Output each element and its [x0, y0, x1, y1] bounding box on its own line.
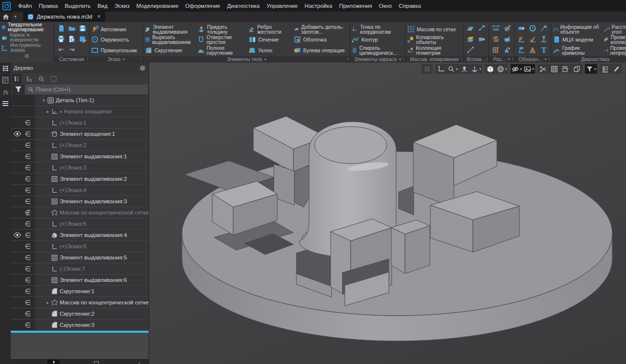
tree-search-input[interactable]	[36, 86, 145, 92]
tree-item-13[interactable]: ∈(+)Эскиз:6	[11, 241, 149, 252]
ribbon-button-6-0-0[interactable]	[491, 23, 501, 33]
ribbon-button-7-1-1[interactable]	[527, 34, 538, 44]
ribbon-button-5-1-0[interactable]	[465, 34, 476, 44]
tree-item-14[interactable]: ∈Элемент выдавливания:5	[11, 252, 149, 263]
zoom-button[interactable]: ▾	[447, 64, 459, 74]
ribbon-button-7-0-2[interactable]	[538, 23, 549, 33]
tree-item-6[interactable]: ∈(+)Эскиз:3	[11, 162, 149, 173]
ribbon-button-8-0-2[interactable]: График кривизны	[553, 45, 603, 55]
ribbon-button-2-3-1[interactable]: Оболочка	[293, 35, 348, 45]
ribbon-button-5-2-0[interactable]	[465, 44, 476, 55]
panel-parameters-button[interactable]	[0, 75, 10, 85]
tree-filter-button[interactable]	[12, 85, 24, 94]
tree-item-19[interactable]: ∈Скругление:2	[11, 308, 149, 320]
ribbon-button-5-0-1[interactable]	[476, 23, 487, 33]
ribbon-button-2-0-0[interactable]: Элемент выдавливания	[145, 24, 197, 34]
tree-item-18[interactable]: ∈▸Массив по концентрической сетке:3	[11, 297, 149, 308]
menu-item-5[interactable]: Моделирование	[133, 0, 182, 12]
ribbon-button-6-2-0[interactable]	[491, 44, 501, 55]
ribbon-button-2-0-1[interactable]: Вырезать выдавливанием	[145, 35, 197, 45]
home-button[interactable]	[0, 12, 12, 21]
chevron-down-icon[interactable]: ▾	[264, 57, 266, 62]
ribbon-button-2-1-2[interactable]: Полное скругление	[198, 45, 247, 55]
bottom-tab-1[interactable]	[90, 360, 102, 364]
ribbon-button-6-1-0[interactable]	[491, 34, 501, 44]
tree-item-11[interactable]: ∈(+)Эскиз:5	[11, 218, 149, 230]
tab-list-caret[interactable]: ▾	[12, 12, 19, 21]
eye-icon[interactable]	[11, 131, 23, 136]
orientation-up-button[interactable]	[459, 64, 470, 74]
redo-button[interactable]	[67, 44, 77, 55]
bottom-tab-2[interactable]: f	[133, 360, 145, 364]
ribbon-button-4-0[interactable]: Массив по сетке	[407, 24, 462, 34]
group-grip-icon[interactable]: ⁞⁞	[549, 57, 550, 61]
tree-item-2[interactable]: ∈(+)Эскиз:1	[11, 117, 149, 128]
undo-button[interactable]	[56, 44, 66, 55]
chevron-down-icon[interactable]: ▾	[399, 57, 401, 62]
sketch-mode-button[interactable]	[435, 64, 447, 74]
tree-item-7[interactable]: ∈Элемент выдавливания:2	[11, 173, 149, 185]
orientation-button[interactable]: ▾	[470, 64, 482, 74]
tree-toolbar-button-2[interactable]	[36, 74, 46, 84]
chevron-down-icon[interactable]: ▾	[544, 57, 546, 62]
print-button[interactable]	[56, 34, 66, 44]
preview-button[interactable]	[67, 34, 77, 44]
filter-button[interactable]: ▾	[585, 64, 597, 74]
menu-item-11[interactable]: Окно	[376, 0, 396, 12]
new-document-button[interactable]	[56, 23, 66, 33]
expand-arrow-icon[interactable]: ▸	[45, 300, 50, 305]
scene-filter-button[interactable]: ▾	[523, 64, 535, 74]
menu-item-7[interactable]: Диагностика	[224, 0, 263, 12]
ribbon-button-7-0-1[interactable]	[527, 23, 538, 33]
3d-viewport[interactable]: ▾▾▾▾▾▾	[149, 63, 626, 364]
group-grip-icon[interactable]: ⁞⁞	[487, 57, 488, 61]
ribbon-button-8-0-1[interactable]: МЦХ модели	[553, 35, 603, 45]
save-as-button[interactable]	[77, 34, 88, 44]
ribbon-button-7-2-0[interactable]	[516, 44, 527, 55]
tree-item-0[interactable]: ▾Деталь (Тел-1)	[11, 95, 149, 106]
tree-item-16[interactable]: ∈Элемент выдавливания:6	[11, 275, 149, 286]
bottom-tab-0[interactable]	[47, 360, 60, 364]
open-document-button[interactable]	[67, 23, 77, 33]
annotate-button[interactable]	[611, 64, 622, 74]
ribbon-button-4-1[interactable]: Копировать объекты	[407, 35, 462, 45]
ribbon-collapse-chevron-icon[interactable]	[0, 53, 54, 59]
workspace-tab-2[interactable]: Инструменты эскиза	[0, 43, 54, 53]
tree-item-1[interactable]: ▸●Начало координат	[11, 106, 149, 117]
tree-item-10[interactable]: ∉Массив по концентрической сетке:1	[11, 207, 149, 218]
expand-arrow-icon[interactable]: ▾	[41, 98, 46, 103]
menu-item-10[interactable]: Приложения	[335, 0, 375, 12]
ribbon-button-8-1-0[interactable]: ?Расстоян угол	[604, 24, 626, 34]
menu-item-2[interactable]: Выделить	[61, 0, 94, 12]
ribbon-button-1-0[interactable]: Автолиния	[91, 24, 141, 34]
tab-close-icon[interactable]: ×	[97, 13, 101, 20]
tree-toolbar-button-0[interactable]: 15	[12, 74, 22, 84]
tree-toolbar-button-1[interactable]	[24, 74, 34, 84]
tree-item-3[interactable]: ∈Элемент вращения:1	[11, 128, 149, 140]
ribbon-button-7-2-2[interactable]: T	[538, 44, 549, 55]
ribbon-button-2-1-1[interactable]: Отверстие простое	[198, 35, 247, 45]
hide-objects-button[interactable]: ▾	[511, 64, 523, 74]
ribbon-button-8-0-0[interactable]: ?Информация об объекте	[553, 24, 603, 34]
ribbon-button-5-1-1[interactable]	[476, 34, 487, 44]
ribbon-button-3-0[interactable]: Точка по координатам	[352, 24, 403, 34]
panel-variables-button[interactable]: fx	[0, 87, 10, 97]
menu-item-0[interactable]: Файл	[15, 0, 35, 12]
ribbon-button-6-0-1[interactable]	[502, 23, 513, 33]
workspace-tab-0[interactable]: Твердотельное моделирование	[0, 22, 54, 32]
group-grip-icon[interactable]: ⁞⁞	[461, 57, 462, 61]
ribbon-button-1-2[interactable]: Прямоугольник	[91, 45, 141, 55]
ribbon-button-7-0-0[interactable]	[516, 23, 527, 33]
menu-item-1[interactable]: Правка	[35, 0, 61, 12]
menu-item-9[interactable]: Настройка	[301, 0, 336, 12]
tree-item-8[interactable]: ∈(+)Эскиз:4	[11, 185, 149, 196]
clip-button[interactable]	[537, 64, 549, 74]
tree-toolbar-button-3[interactable]	[48, 74, 58, 84]
panel-menu-button[interactable]	[0, 99, 10, 108]
measure-button[interactable]	[600, 64, 611, 74]
ribbon-button-2-3-2[interactable]: Булева операция	[293, 45, 348, 55]
ribbon-button-1-1[interactable]: Окружность	[91, 35, 141, 45]
group-grip-icon[interactable]: ⁞⁞	[141, 57, 142, 61]
layers-grid-button[interactable]	[549, 64, 560, 74]
ribbon-button-8-1-2[interactable]: ?Проверк непрерыв	[604, 45, 626, 55]
